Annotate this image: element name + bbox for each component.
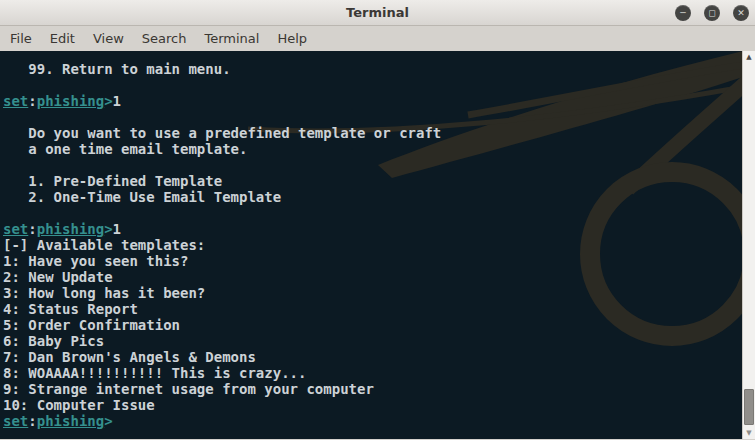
- terminal-line: 99. Return to main menu.: [3, 61, 740, 77]
- terminal-line: [3, 109, 740, 125]
- terminal-line: [3, 77, 740, 93]
- menu-item-terminal[interactable]: Terminal: [195, 30, 268, 48]
- terminal-text: [-] Available templates:: [3, 237, 205, 253]
- terminal-line: 1. Pre-Defined Template: [3, 173, 740, 189]
- terminal-line: 9: Strange internet usage from your comp…: [3, 381, 740, 397]
- minimize-button[interactable]: ─: [675, 5, 691, 21]
- terminal-line: [-] Available templates:: [3, 237, 740, 253]
- maximize-button[interactable]: ◻: [704, 5, 720, 21]
- terminal-line: 6: Baby Pics: [3, 333, 740, 349]
- prompt-text: set: [3, 221, 28, 237]
- prompt-text: >: [104, 221, 112, 237]
- prompt-text: phishing: [37, 413, 104, 429]
- menu-item-edit[interactable]: Edit: [41, 30, 84, 48]
- window-controls: ─◻✕: [675, 5, 749, 21]
- terminal-line: 2. One-Time Use Email Template: [3, 189, 740, 205]
- terminal-line: a one time email template.: [3, 141, 740, 157]
- menu-item-file[interactable]: File: [1, 30, 41, 48]
- prompt-text: phishing: [37, 221, 104, 237]
- terminal-text: 9: Strange internet usage from your comp…: [3, 381, 374, 397]
- terminal-text: 10: Computer Issue: [3, 397, 155, 413]
- menu-item-help[interactable]: Help: [268, 30, 316, 48]
- scrollbar[interactable]: ▲ ▼: [742, 51, 755, 439]
- terminal-text: 7: Dan Brown's Angels & Demons: [3, 349, 256, 365]
- prompt-text: set: [3, 413, 28, 429]
- prompt-text: >: [104, 93, 112, 109]
- terminal-text: 3: How long has it been?: [3, 285, 205, 301]
- terminal-line: [3, 157, 740, 173]
- titlebar[interactable]: Terminal ─◻✕: [0, 0, 755, 26]
- terminal-text: 2. One-Time Use Email Template: [3, 189, 281, 205]
- terminal-line: set:phishing>1: [3, 93, 740, 109]
- terminal-viewport[interactable]: 99. Return to main menu. set:phishing>1 …: [0, 51, 755, 439]
- terminal-line: 7: Dan Brown's Angels & Demons: [3, 349, 740, 365]
- close-button[interactable]: ✕: [733, 5, 749, 21]
- terminal-text: 1. Pre-Defined Template: [3, 173, 222, 189]
- terminal-line: [3, 205, 740, 221]
- terminal-text: 99. Return to main menu.: [3, 61, 231, 77]
- scroll-down-icon[interactable]: ▼: [743, 427, 755, 439]
- terminal-line: 8: WOAAAA!!!!!!!!!! This is crazy...: [3, 365, 740, 381]
- terminal-text: a one time email template.: [3, 141, 247, 157]
- terminal-text: 6: Baby Pics: [3, 333, 104, 349]
- prompt-text: phishing: [37, 93, 104, 109]
- terminal-line: 5: Order Confirmation: [3, 317, 740, 333]
- scroll-up-icon[interactable]: ▲: [743, 51, 755, 63]
- terminal-output: 99. Return to main menu. set:phishing>1 …: [3, 61, 740, 429]
- terminal-line: Do you want to use a predefined template…: [3, 125, 740, 141]
- window-title: Terminal: [346, 5, 409, 20]
- terminal-line: set:phishing>1: [3, 221, 740, 237]
- terminal-text: Do you want to use a predefined template…: [3, 125, 441, 141]
- prompt-text: set: [3, 93, 28, 109]
- scrollbar-thumb[interactable]: [744, 389, 754, 425]
- terminal-line: 4: Status Report: [3, 301, 740, 317]
- terminal-line: 3: How long has it been?: [3, 285, 740, 301]
- terminal-text: 1: Have you seen this?: [3, 253, 188, 269]
- terminal-text: :: [28, 413, 36, 429]
- menubar: FileEditViewSearchTerminalHelp: [0, 26, 755, 51]
- terminal-text: 4: Status Report: [3, 301, 138, 317]
- terminal-text: :: [28, 221, 36, 237]
- terminal-text: 1: [113, 93, 121, 109]
- terminal-line: set:phishing>: [3, 413, 740, 429]
- terminal-text: 5: Order Confirmation: [3, 317, 180, 333]
- menu-item-view[interactable]: View: [84, 30, 133, 48]
- menu-item-search[interactable]: Search: [133, 30, 196, 48]
- terminal-text: 8: WOAAAA!!!!!!!!!! This is crazy...: [3, 365, 306, 381]
- terminal-text: 1: [113, 221, 121, 237]
- terminal-text: :: [28, 93, 36, 109]
- terminal-text: 2: New Update: [3, 269, 113, 285]
- terminal-line: 1: Have you seen this?: [3, 253, 740, 269]
- terminal-line: 10: Computer Issue: [3, 397, 740, 413]
- terminal-line: 2: New Update: [3, 269, 740, 285]
- prompt-text: >: [104, 413, 112, 429]
